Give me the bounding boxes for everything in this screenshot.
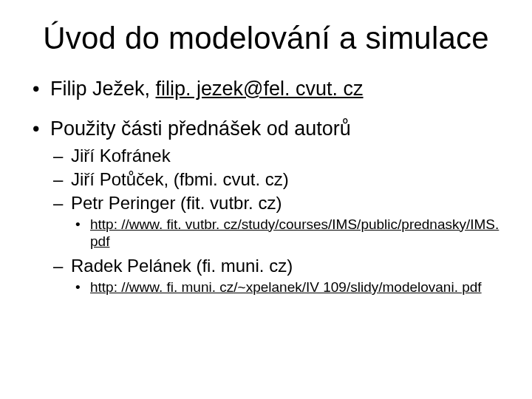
credit-links-pelanek: http: //www. fi. muni. cz/~xpelanek/IV 1… — [71, 279, 502, 296]
credit-link-pelanek[interactable]: http: //www. fi. muni. cz/~xpelanek/IV 1… — [90, 279, 482, 295]
bullet-credits: Použity části přednášek od autorů Jiří K… — [30, 117, 502, 296]
credit-label: Radek Pelánek (fi. muni. cz) — [71, 256, 293, 276]
bullet-list: Filip Ježek, filip. jezek@fel. cvut. cz … — [30, 77, 502, 296]
credits-heading: Použity části přednášek od autorů — [50, 117, 351, 140]
credit-link-peringer[interactable]: http: //www. fit. vutbr. cz/study/course… — [90, 216, 499, 250]
credit-label: Petr Peringer (fit. vutbr. cz) — [71, 193, 282, 213]
author-name: Filip Ježek, — [50, 78, 156, 100]
author-email-link[interactable]: filip. jezek@fel. cvut. cz — [156, 78, 364, 100]
credits-list: Jiří Kofránek Jiří Potůček, (fbmi. cvut.… — [50, 145, 502, 296]
credit-item-potucek: Jiří Potůček, (fbmi. cvut. cz) — [50, 168, 502, 191]
slide-title: Úvod do modelování a simulace — [30, 21, 502, 56]
credit-item-peringer: Petr Peringer (fit. vutbr. cz) http: //w… — [50, 192, 502, 251]
credit-link-item: http: //www. fi. muni. cz/~xpelanek/IV 1… — [71, 279, 502, 296]
credit-item-pelanek: Radek Pelánek (fi. muni. cz) http: //www… — [50, 255, 502, 296]
credit-item-kofranek: Jiří Kofránek — [50, 145, 502, 167]
credit-links-peringer: http: //www. fit. vutbr. cz/study/course… — [71, 216, 502, 251]
credit-link-item: http: //www. fit. vutbr. cz/study/course… — [71, 216, 502, 251]
bullet-author: Filip Ježek, filip. jezek@fel. cvut. cz — [30, 77, 502, 102]
slide: Úvod do modelování a simulace Filip Ježe… — [0, 0, 532, 399]
